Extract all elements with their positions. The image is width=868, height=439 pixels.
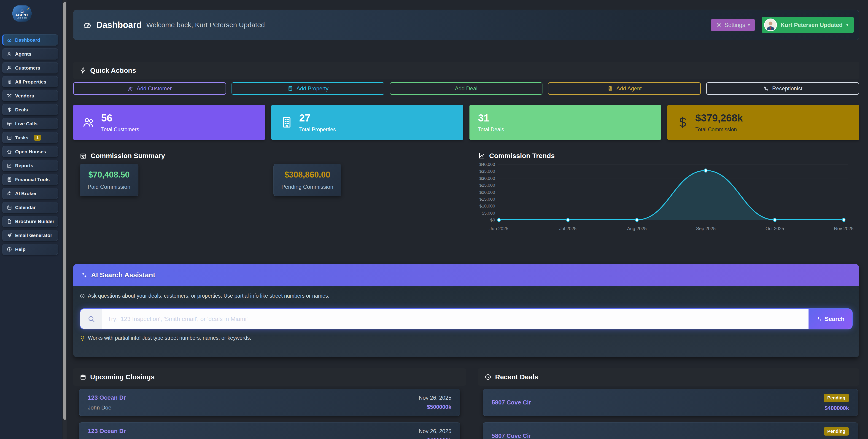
- broadcast-icon: [7, 121, 12, 126]
- phone-icon: [763, 86, 769, 92]
- ai-search-input-group: Search: [80, 308, 853, 330]
- stat-card-total-commission: $379,268kTotal Commission: [668, 105, 859, 140]
- paid-commission-label: Paid Commission: [88, 184, 130, 190]
- closing-card[interactable]: 123 Ocean Dr John Doe Nov 26, 2025 $5000…: [79, 389, 460, 416]
- ai-search-input[interactable]: [102, 309, 808, 329]
- avatar: [764, 19, 777, 31]
- add-property-button[interactable]: Add Property: [231, 82, 384, 95]
- tools-icon: [7, 93, 12, 99]
- sidebar-item-label: All Properties: [15, 79, 46, 85]
- search-icon: [87, 315, 95, 323]
- section-title: Recent Deals: [495, 373, 538, 381]
- gear-icon: [716, 22, 722, 28]
- settings-button[interactable]: Settings ▾: [711, 19, 755, 31]
- calculator-icon: [7, 177, 12, 182]
- closing-address[interactable]: 123 Ocean Dr: [88, 428, 126, 435]
- stat-label: Total Properties: [299, 126, 336, 133]
- stat-card-total-properties: 27Total Properties: [271, 105, 463, 140]
- quick-actions-header: Quick Actions: [73, 62, 859, 79]
- chart-icon: [478, 152, 486, 159]
- pending-commission-card: $308,860.00 Pending Commission: [273, 164, 341, 196]
- closing-client: John Doe: [88, 404, 126, 411]
- sidebar-item-label: AI Broker: [15, 191, 37, 196]
- stat-card-total-customers: 56Total Customers: [73, 105, 265, 140]
- svg-text:Sep 2025: Sep 2025: [696, 226, 716, 231]
- user-name: Kurt Petersen Updated: [781, 22, 843, 28]
- sidebar-item-financial-tools[interactable]: Financial Tools: [2, 174, 58, 185]
- svg-text:$15,000: $15,000: [479, 197, 495, 201]
- house-logo-icon: ⌂: [20, 8, 24, 13]
- svg-text:$35,000: $35,000: [479, 169, 495, 174]
- sidebar-scrollbar-thumb[interactable]: [63, 2, 66, 420]
- status-badge: Pending: [824, 427, 849, 436]
- add-agent-button[interactable]: Add Agent: [548, 82, 701, 95]
- svg-text:$40,000: $40,000: [479, 162, 495, 167]
- svg-text:$0: $0: [490, 218, 495, 222]
- send-icon: [7, 233, 12, 238]
- people-icon: [7, 65, 12, 71]
- chevron-down-icon: ▾: [846, 23, 848, 27]
- sidebar-item-vendors[interactable]: Vendors: [2, 90, 58, 101]
- people-icon: [82, 116, 95, 129]
- ai-search-assistant: AI Search Assistant Ask questions about …: [73, 264, 859, 357]
- section-title: Quick Actions: [90, 67, 136, 74]
- deal-price: $400000k: [825, 438, 849, 439]
- pending-commission-label: Pending Commission: [281, 184, 333, 190]
- stats-row: 56Total Customers 27Total Properties 31T…: [73, 105, 859, 140]
- stat-value: $379,268k: [695, 112, 743, 124]
- sidebar-item-email-generator[interactable]: Email Generator: [2, 230, 58, 241]
- building-icon: [7, 79, 12, 85]
- svg-text:Jul 2025: Jul 2025: [559, 226, 577, 231]
- sidebar-item-label: Brochure Builder: [15, 219, 55, 224]
- sidebar-item-calendar[interactable]: Calendar: [2, 202, 58, 213]
- stat-value: 31: [478, 112, 504, 124]
- search-icon-box: [80, 309, 102, 329]
- add-customer-button[interactable]: Add Customer: [73, 82, 226, 95]
- deal-price: $400000k: [825, 405, 849, 411]
- sidebar-item-label: Open Houses: [15, 149, 46, 154]
- house-icon: [7, 149, 12, 154]
- sidebar-item-agents[interactable]: Agents: [2, 48, 58, 60]
- closing-address[interactable]: 123 Ocean Dr: [88, 394, 126, 401]
- sidebar-item-live-calls[interactable]: Live Calls: [2, 118, 58, 129]
- button-label: Add Agent: [616, 85, 642, 92]
- sidebar-item-brochure-builder[interactable]: Brochure Builder: [2, 216, 58, 227]
- sidebar-item-deals[interactable]: Deals: [2, 104, 58, 115]
- receptionist-button[interactable]: Receptionist: [706, 82, 859, 95]
- deal-card[interactable]: 5807 Cove Cir Pending $400000k: [483, 422, 858, 439]
- sidebar-item-customers[interactable]: Customers: [2, 62, 58, 73]
- deal-address[interactable]: 5807 Cove Cir: [492, 432, 531, 439]
- deal-address[interactable]: 5807 Cove Cir: [492, 399, 531, 406]
- chart-icon: [7, 163, 12, 168]
- id-badge-icon: [607, 86, 613, 92]
- sidebar-item-all-properties[interactable]: All Properties: [2, 76, 58, 87]
- dollar-icon: [676, 116, 689, 129]
- sidebar-item-help[interactable]: Help: [2, 244, 58, 255]
- gauge-icon: [83, 20, 92, 30]
- add-deal-button[interactable]: Add Deal: [390, 82, 543, 95]
- sidebar-item-dashboard[interactable]: Dashboard: [2, 34, 58, 45]
- stat-value: 27: [299, 112, 336, 124]
- sparkles-icon: [816, 316, 822, 322]
- sidebar-item-reports[interactable]: Reports: [2, 160, 58, 171]
- user-menu-button[interactable]: Kurt Petersen Updated ▾: [762, 17, 854, 33]
- sidebar-item-label: Dashboard: [15, 37, 40, 43]
- svg-text:Aug 2025: Aug 2025: [627, 226, 647, 231]
- sidebar-item-open-houses[interactable]: Open Houses: [2, 146, 58, 157]
- closing-client: John Doe: [88, 438, 126, 439]
- deal-card[interactable]: 5807 Cove Cir Pending $400000k: [483, 389, 858, 416]
- calendar-icon: [7, 205, 12, 210]
- sidebar-item-ai-broker[interactable]: AI Broker: [2, 188, 58, 199]
- search-button[interactable]: Search: [808, 309, 852, 329]
- sidebar-item-label: Tasks: [15, 135, 28, 140]
- lightbulb-icon: [80, 335, 85, 341]
- svg-text:$5,000: $5,000: [482, 211, 495, 216]
- closing-date: Nov 26, 2025: [419, 395, 452, 401]
- svg-text:$20,000: $20,000: [479, 190, 495, 195]
- sidebar-item-label: Financial Tools: [15, 177, 50, 182]
- sidebar-item-tasks[interactable]: Tasks 1: [2, 132, 58, 143]
- closing-card[interactable]: 123 Ocean Dr John Doe Nov 26, 2025 $4800…: [79, 422, 460, 439]
- sidebar-item-label: Deals: [15, 107, 28, 113]
- wallet-icon: [80, 152, 87, 159]
- svg-text:$25,000: $25,000: [479, 183, 495, 188]
